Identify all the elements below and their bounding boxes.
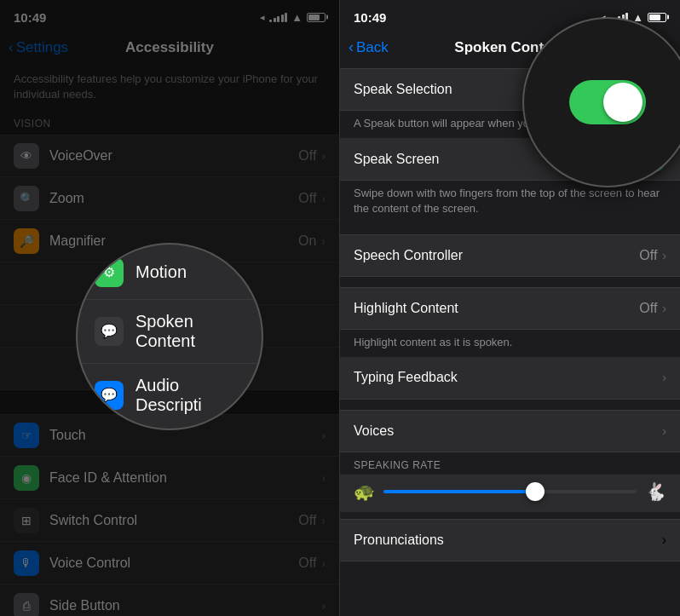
fast-rabbit-icon: 🐇 — [645, 481, 666, 502]
audiodesc-circle-label: Audio Descripti — [135, 376, 245, 415]
pronunciations-chevron-icon: › — [662, 533, 666, 548]
accessibility-description: Accessibility features help you customiz… — [0, 68, 339, 111]
highlight-content-desc: Highlight content as it is spoken. — [340, 330, 680, 357]
speak-screen-row[interactable]: Speak Screen — [340, 138, 680, 181]
speaking-rate-slider-row: 🐢 🐇 — [340, 475, 680, 512]
touch-icon: ☞ — [14, 423, 39, 448]
speech-controller-chevron-icon: › — [662, 249, 666, 262]
switchcontrol-chevron-icon: › — [321, 514, 326, 527]
speak-screen-toggle[interactable] — [623, 146, 666, 172]
right-time: 10:49 — [354, 10, 386, 25]
wifi-icon: ▲ — [291, 11, 303, 24]
vision-section-header: VISION — [0, 111, 339, 135]
battery-icon — [307, 13, 326, 22]
speak-selection-toggle[interactable] — [623, 77, 666, 103]
spokencontent-circle-item[interactable]: 💬 Spoken Content — [78, 300, 262, 364]
zoom-label: Zoom — [49, 191, 298, 206]
voiceover-value: Off — [298, 148, 316, 164]
switchcontrol-value: Off — [298, 513, 316, 528]
pronunciations-label: Pronunciations — [354, 533, 662, 548]
right-status-bar: 10:49 ◂ ▲ — [340, 0, 680, 31]
touch-label: Touch — [49, 428, 321, 443]
left-page-title: Accessibility — [125, 39, 214, 56]
back-chevron-icon: ‹ — [9, 39, 14, 56]
speaking-rate-label: SPEAKING RATE — [340, 452, 680, 475]
left-status-icons: ◂ ▲ — [260, 11, 326, 24]
speak-selection-label: Speak Selection — [354, 72, 623, 107]
switchcontrol-icon: ⊞ — [14, 508, 39, 533]
right-back-chevron-icon: ‹ — [349, 38, 354, 56]
left-status-bar: 10:49 ◂ ▲ — [0, 0, 339, 31]
speech-controller-value: Off — [639, 248, 657, 263]
faceid-row[interactable]: ◉ Face ID & Attention › — [0, 457, 339, 499]
slider-thumb[interactable] — [526, 482, 545, 501]
right-page-title: Spoken Content — [454, 39, 565, 56]
zoom-row[interactable]: 🔍 Zoom Off › — [0, 177, 339, 220]
left-nav-bar: ‹ Settings Accessibility — [0, 31, 339, 68]
left-panel: 10:49 ◂ ▲ ‹ Settings Accessibility Acces… — [0, 0, 340, 616]
magnifier-chevron-icon: › — [321, 234, 326, 248]
speak-screen-desc: Swipe down with two fingers from the top… — [340, 181, 680, 223]
typing-feedback-row[interactable]: Typing Feedback › — [340, 357, 680, 400]
settings-back-button[interactable]: ‹ Settings — [9, 39, 68, 56]
voicecontrol-value: Off — [298, 556, 316, 571]
right-panel: 10:49 ◂ ▲ ‹ Back Spoken Content Speak Se… — [340, 0, 680, 616]
speech-controller-row[interactable]: Speech Controller Off › — [340, 234, 680, 277]
voiceover-label: VoiceOver — [49, 148, 298, 164]
voicecontrol-icon: 🎙 — [14, 550, 39, 576]
right-nav-bar: ‹ Back Spoken Content — [340, 31, 680, 68]
right-location-icon: ◂ — [601, 12, 606, 23]
sidebutton-row[interactable]: ⎙ Side Button › — [0, 584, 339, 616]
highlight-content-value: Off — [639, 301, 657, 316]
speak-selection-desc: A Speak button will appear when you se..… — [340, 111, 680, 138]
zoom-icon: 🔍 — [14, 186, 39, 211]
voiceover-row[interactable]: 👁 VoiceOver Off › — [0, 135, 339, 177]
voicecontrol-chevron-icon: › — [321, 556, 326, 570]
switchcontrol-row[interactable]: ⊞ Switch Control Off › — [0, 499, 339, 542]
back-button[interactable]: ‹ Back — [349, 39, 389, 56]
voices-label: Voices — [354, 413, 662, 449]
slow-turtle-icon: 🐢 — [354, 481, 375, 502]
speak-selection-row[interactable]: Speak Selection — [340, 68, 680, 111]
right-signal-icon — [610, 12, 628, 22]
location-icon: ◂ — [260, 12, 265, 23]
voiceover-icon: 👁 — [14, 143, 39, 169]
back-label: Settings — [16, 39, 68, 56]
highlight-content-row[interactable]: Highlight Content Off › — [340, 287, 680, 330]
sidebutton-chevron-icon: › — [321, 599, 326, 613]
faceid-chevron-icon: › — [321, 471, 326, 485]
right-wifi-icon: ▲ — [632, 11, 643, 24]
bottom-list: ☞ Touch › ◉ Face ID & Attention › ⊞ Swit… — [0, 414, 339, 616]
faceid-label: Face ID & Attention — [49, 470, 321, 486]
switchcontrol-label: Switch Control — [49, 513, 298, 528]
speech-controller-label: Speech Controller — [354, 238, 639, 273]
highlight-content-label: Highlight Content — [354, 291, 639, 326]
magnifier-icon: 🔎 — [14, 228, 39, 254]
signal-icon — [269, 12, 287, 22]
typing-feedback-label: Typing Feedback — [354, 360, 662, 395]
left-time: 10:49 — [14, 10, 46, 25]
motion-circle-label: Motion — [135, 262, 187, 282]
touch-chevron-icon: › — [321, 429, 326, 442]
spokencontent-circle-icon: 💬 — [95, 317, 124, 346]
speak-screen-label: Speak Screen — [354, 141, 623, 177]
slider-fill — [383, 490, 535, 493]
typing-feedback-chevron-icon: › — [662, 371, 666, 384]
right-battery-icon — [648, 13, 666, 22]
sidebutton-label: Side Button — [49, 598, 321, 613]
spokencontent-circle-label: Spoken Content — [135, 312, 245, 351]
voices-row[interactable]: Voices › — [340, 410, 680, 452]
zoom-chevron-icon: › — [321, 192, 326, 205]
right-back-label: Back — [356, 39, 389, 56]
pronunciations-row[interactable]: Pronunciations › — [340, 519, 680, 561]
voicecontrol-row[interactable]: 🎙 Voice Control Off › — [0, 542, 339, 584]
sidebutton-icon: ⎙ — [14, 593, 39, 616]
magnifier-value: On — [298, 233, 316, 249]
toggle-knob — [642, 78, 665, 101]
right-status-icons: ◂ ▲ — [601, 11, 666, 24]
speak-screen-knob — [642, 147, 665, 170]
zoom-value: Off — [298, 191, 316, 206]
voices-chevron-icon: › — [662, 424, 666, 438]
faceid-icon: ◉ — [14, 465, 39, 491]
speaking-rate-track[interactable] — [383, 490, 637, 493]
